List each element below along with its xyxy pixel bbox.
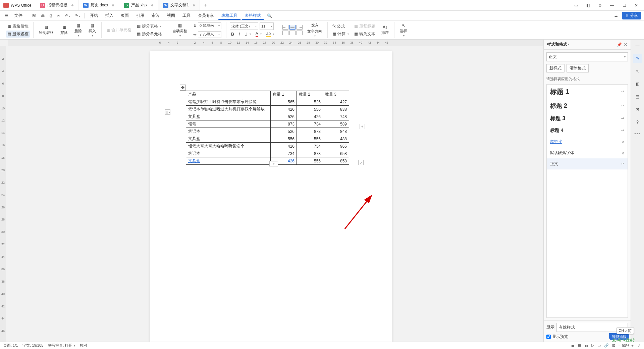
table-resize-handle[interactable]: ◿ xyxy=(358,160,364,165)
collapse-panel-icon[interactable]: — xyxy=(633,41,642,50)
print-preview-icon[interactable]: ⎙ xyxy=(48,12,54,19)
add-row-button[interactable]: ＋ xyxy=(269,161,278,166)
new-style-button[interactable]: 新样式 xyxy=(546,64,565,72)
nav-pane-icon[interactable]: ▤ xyxy=(633,92,642,101)
close-panel-icon[interactable]: ✕ xyxy=(624,42,627,47)
style-list-item[interactable]: 超链接a xyxy=(547,136,628,147)
insert-button[interactable]: ▦插入▾ xyxy=(87,22,98,39)
read-mode-icon[interactable]: ▭ xyxy=(597,343,601,348)
table-cell[interactable]: 文具盒 xyxy=(186,113,271,120)
fullscreen-icon[interactable]: ⤢ xyxy=(638,343,641,348)
minimize-button[interactable]: — xyxy=(606,1,618,10)
highlight-button[interactable]: ab▾ xyxy=(265,31,275,38)
table-cell[interactable]: 铅笔大哥大哥大哈哈喝听觉话个 xyxy=(186,143,271,150)
delete-button[interactable]: ▦删除▾ xyxy=(72,22,84,39)
table-cell[interactable]: 笔记本单独哈过暗过大片机打票截个屏解放 xyxy=(186,106,271,113)
select-button[interactable]: ↖选择▾ xyxy=(398,22,409,39)
hamburger-icon[interactable]: ☰ xyxy=(3,12,10,19)
styles-pane-icon[interactable]: ✎ xyxy=(633,54,642,63)
menu-item[interactable]: 视图 xyxy=(164,11,178,20)
print-icon[interactable]: 🖶 xyxy=(39,12,47,19)
snap-layouts-icon[interactable]: ▭ xyxy=(570,1,582,10)
add-column-button[interactable]: ＋ xyxy=(360,124,365,129)
menu-item[interactable]: 引用 xyxy=(133,11,148,20)
table-cell[interactable]: 965 xyxy=(323,143,349,150)
col-width-control[interactable]: ⇔7.75厘米▾ xyxy=(192,31,223,39)
menu-file[interactable]: 文件 xyxy=(11,11,26,20)
document-page[interactable]: ✥ ☰▾ 产品数量 1数量 2数量 3铅笔少唳打工时费点击爱苹果家居脂爬5655… xyxy=(150,51,392,342)
search-icon[interactable]: 🔍 xyxy=(265,12,274,19)
table-move-handle[interactable]: ✥ xyxy=(180,85,186,91)
status-proof[interactable]: 校对 xyxy=(80,343,87,348)
table-cell[interactable]: 526 xyxy=(271,128,297,135)
table-cell[interactable]: 526 xyxy=(297,98,323,106)
undo-icon[interactable]: ↶▾ xyxy=(63,12,72,19)
table-cell[interactable]: 488 xyxy=(323,135,349,143)
sort-button[interactable]: A↓排序 xyxy=(379,23,391,37)
table-cell[interactable]: 556 xyxy=(297,106,323,113)
auto-fit-button[interactable]: ▦自动调整▾ xyxy=(170,22,189,39)
clear-format-button[interactable]: 清除格式 xyxy=(567,64,589,72)
close-window-button[interactable]: ✕ xyxy=(631,1,642,10)
menu-item[interactable]: 页面 xyxy=(117,11,132,20)
bold-button[interactable]: B xyxy=(230,31,235,38)
cell-alignment-grid[interactable] xyxy=(282,25,303,35)
zoom-control[interactable]: − 90% ＋ xyxy=(619,343,634,348)
cloud-icon[interactable]: ☁ xyxy=(612,12,620,19)
style-list-item[interactable]: 标题 4↵ xyxy=(547,125,628,136)
document-tab[interactable]: W文字文稿1 xyxy=(158,0,200,10)
style-list-item[interactable]: 标题 2↵ xyxy=(547,99,628,112)
play-icon[interactable]: ▷ xyxy=(591,343,594,348)
calc-button[interactable]: ▦计算▾ xyxy=(331,31,350,38)
save-icon[interactable]: 🖫 xyxy=(30,12,38,19)
row-options-button[interactable]: ☰▾ xyxy=(165,109,170,115)
show-border-button[interactable]: ▤显示虚框 xyxy=(6,31,30,38)
table-cell[interactable]: 873 xyxy=(297,150,323,157)
erase-button[interactable]: ▦擦除 xyxy=(58,23,70,37)
view-mode-a-icon[interactable]: ☰ xyxy=(571,343,575,348)
cube-icon[interactable]: ◧ xyxy=(582,1,594,10)
redo-icon[interactable]: ↷▾ xyxy=(73,12,82,19)
convert-to-text-button[interactable]: ▦转为文本 xyxy=(353,31,377,38)
table-cell[interactable]: 848 xyxy=(323,128,349,135)
view-mode-c-icon[interactable]: ☷ xyxy=(585,343,588,348)
table-cell[interactable]: 873 xyxy=(271,120,297,128)
status-spellcheck[interactable]: 拼写检查: 打开 ▾ xyxy=(48,343,75,348)
table-cell[interactable]: 427 xyxy=(323,98,349,106)
pin-icon[interactable]: 📌 xyxy=(617,42,622,47)
table-cell[interactable]: 笔记本 xyxy=(186,150,271,157)
table-cell[interactable]: 556 xyxy=(297,157,323,165)
status-page[interactable]: 页面: 1/1 xyxy=(3,343,18,348)
document-tab[interactable]: W历史.docx xyxy=(78,0,119,10)
italic-button[interactable]: I xyxy=(237,31,241,38)
table-cell[interactable]: 748 xyxy=(323,113,349,120)
link-icon[interactable]: 🔗 xyxy=(604,343,609,348)
split-cells-button[interactable]: ▦拆分单元格 xyxy=(136,31,163,38)
table-cell[interactable]: 838 xyxy=(323,106,349,113)
menu-item[interactable]: 开始 xyxy=(87,11,101,20)
table-cell[interactable]: 658 xyxy=(323,150,349,157)
font-color-button[interactable]: A▾ xyxy=(254,31,263,38)
style-list-item[interactable]: 正文↵ xyxy=(547,158,628,169)
maximize-button[interactable]: ☐ xyxy=(619,1,630,10)
split-table-button[interactable]: ▦拆分表格▾ xyxy=(136,23,163,30)
view-mode-b-icon[interactable]: ▦ xyxy=(578,343,581,348)
table-properties-button[interactable]: ▦表格属性 xyxy=(6,23,30,30)
more-panes-icon[interactable]: ••• xyxy=(634,132,641,136)
share-button[interactable]: ⇪分享 xyxy=(622,12,641,19)
text-direction-button[interactable]: 文A文字方向▾ xyxy=(305,21,324,39)
table-cell[interactable]: 笔记本 xyxy=(186,128,271,135)
table-cell[interactable]: 556 xyxy=(271,135,297,143)
table-cell[interactable]: 734 xyxy=(297,143,323,150)
select-pane-icon[interactable]: ↖ xyxy=(633,66,642,76)
fit-icon[interactable]: ⊡ xyxy=(612,343,615,348)
document-tab[interactable]: S产品.xlsx xyxy=(119,0,158,10)
table-cell[interactable]: 589 xyxy=(323,120,349,128)
menu-item[interactable]: 表格工具 xyxy=(218,11,241,20)
ime-indicator[interactable]: CH ♪ 简 xyxy=(616,327,634,334)
style-list-item[interactable]: 默认段落字体a xyxy=(547,147,628,158)
draw-table-button[interactable]: ▦绘制表格 xyxy=(37,23,56,37)
table-cell[interactable]: 文具盒 xyxy=(186,135,271,143)
table-cell[interactable]: 426 xyxy=(271,143,297,150)
table-cell[interactable]: 铅笔少唳打工时费点击爱苹果家居脂爬 xyxy=(186,98,271,106)
